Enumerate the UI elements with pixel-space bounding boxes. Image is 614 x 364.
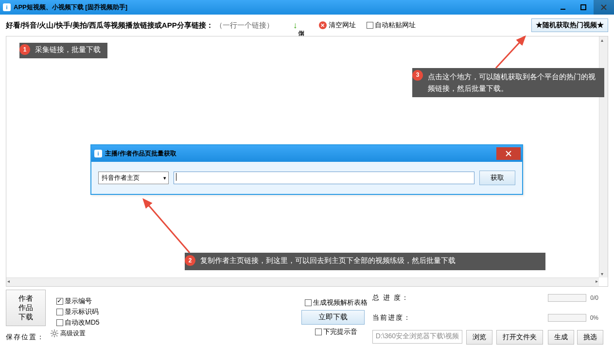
title-bar: i APP短视频、小视频下载 [固乔视频助手] (0, 0, 614, 15)
dialog-icon: i (94, 150, 102, 157)
reverse-sort-button[interactable]: ↓ 倒序 (293, 20, 304, 31)
total-progress-label: 总 进 度： (372, 294, 543, 302)
current-progress-label: 当前进度： (372, 313, 543, 322)
download-now-button[interactable]: 立即下载 (301, 310, 365, 325)
checkbox-icon (315, 329, 322, 335)
app-icon: i (3, 3, 11, 11)
browse-button[interactable]: 浏览 (466, 330, 492, 345)
parse-table-checkbox[interactable]: 生成视频解析表格 (305, 298, 368, 307)
maximize-button[interactable] (573, 0, 594, 15)
checkbox-icon (56, 309, 63, 315)
total-progress-text: 0/0 (590, 295, 598, 301)
svg-point-10 (53, 332, 56, 335)
checkbox-icon (305, 299, 312, 306)
horizontal-scrollbar[interactable] (6, 277, 599, 286)
generate-button[interactable]: 生成 (548, 330, 574, 345)
svg-rect-1 (581, 5, 586, 10)
current-progress-text: 0% (590, 314, 598, 321)
toolbar-hint: 好看/抖音/火山/快手/美拍/西瓜等视频播放链接或APP分享链接： （一行一个链… (6, 21, 274, 30)
random-hot-video-button[interactable]: ★随机获取热门视频★ (531, 18, 608, 32)
author-batch-dialog: i 主播/作者作品页批量获取 抖音作者主页 ▾ 获取 (90, 144, 523, 195)
toolbar: 好看/抖音/火山/快手/美拍/西瓜等视频播放链接或APP分享链接： （一行一个链… (0, 15, 614, 36)
auto-paste-checkbox[interactable]: 自动粘贴网址 (367, 21, 416, 30)
minimize-button[interactable] (553, 0, 573, 15)
annotation-1: 1 采集链接，批量下载 (19, 43, 107, 58)
platform-dropdown[interactable]: 抖音作者主页 ▾ (98, 172, 169, 184)
total-progress-bar (548, 294, 586, 302)
auto-md5-checkbox[interactable]: 自动改MD5 (56, 318, 294, 327)
author-works-button[interactable]: 作者作品下载 (6, 290, 46, 326)
svg-line-15 (52, 330, 53, 331)
dialog-title: 主播/作者作品页批量获取 (105, 149, 176, 158)
annotation-badge-2: 2 (185, 255, 195, 266)
fetch-button[interactable]: 获取 (479, 171, 515, 185)
svg-line-18 (52, 335, 53, 336)
clear-url-button[interactable]: ✕ 清空网址 (319, 21, 356, 30)
clear-icon: ✕ (319, 21, 327, 29)
window-title: APP短视频、小视频下载 [固乔视频助手] (14, 3, 127, 12)
annotation-badge-3: 3 (412, 70, 423, 81)
pick-button[interactable]: 挑选 (577, 330, 603, 345)
current-progress-bar (548, 314, 586, 322)
author-url-input[interactable] (174, 172, 474, 184)
bottom-panel: 总 进 度： 0/0 作者作品下载 显示编号 显示标识码 自动改MD5 高级设置… (0, 287, 614, 347)
down-arrow-icon: ↓ (293, 20, 298, 31)
dialog-titlebar: i 主播/作者作品页批量获取 (91, 145, 522, 162)
show-id-checkbox[interactable]: 显示标识码 (56, 308, 294, 316)
dropdown-caret-icon: ▾ (163, 175, 166, 181)
open-folder-button[interactable]: 打开文件夹 (496, 330, 543, 345)
svg-line-17 (56, 330, 57, 331)
checkbox-icon (56, 319, 63, 326)
save-location-label: 保存位置： (6, 333, 46, 342)
complete-sound-checkbox[interactable]: 下完提示音 (315, 328, 357, 336)
gear-icon (51, 329, 58, 337)
checkbox-icon (56, 298, 63, 305)
annotation-3: 3 点击这个地方，可以随机获取到各个平台的热门的视频链接，然后批量下载。 (412, 68, 604, 97)
checkbox-icon (367, 22, 373, 29)
advanced-settings-button[interactable]: 高级设置 (51, 329, 294, 338)
show-number-checkbox[interactable]: 显示编号 (56, 297, 294, 306)
save-location-input[interactable]: D:\360安全浏览器下载\视频 (372, 330, 462, 344)
svg-line-16 (56, 335, 57, 336)
dialog-close-button[interactable] (496, 147, 521, 160)
close-button[interactable] (594, 0, 614, 15)
annotation-badge-1: 1 (19, 44, 30, 55)
annotation-2: 2 复制作者主页链接，到这里，可以回去到主页下全部的视频练级，然后批量下载 (185, 253, 545, 270)
